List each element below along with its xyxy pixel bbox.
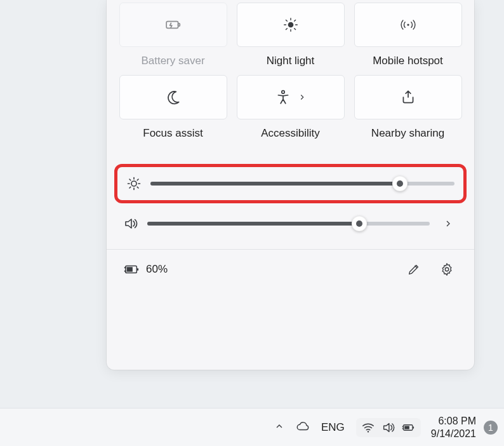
svg-point-25: [445, 267, 449, 271]
svg-rect-28: [413, 426, 414, 428]
moon-icon: [165, 89, 182, 105]
taskbar-clock[interactable]: 6:08 PM 9/14/2021: [431, 415, 476, 440]
battery-charging-icon: [123, 263, 140, 276]
system-tray: ENG: [274, 418, 421, 437]
tray-overflow-button[interactable]: [274, 421, 284, 434]
chevron-right-icon: [298, 93, 307, 102]
volume-expand-button[interactable]: [439, 219, 458, 229]
svg-rect-1: [178, 24, 180, 26]
chevron-up-icon: [274, 421, 284, 431]
night-light-icon: [282, 17, 299, 33]
quick-settings-tile-grid: Battery saver Night light Mobile hotspot…: [118, 0, 463, 140]
battery-icon: [402, 421, 416, 435]
svg-point-12: [281, 91, 284, 93]
svg-point-11: [407, 24, 409, 25]
edit-quick-settings-button[interactable]: [403, 259, 425, 280]
settings-button[interactable]: [436, 259, 458, 280]
notification-center-badge[interactable]: 1: [484, 421, 498, 435]
mobile-hotspot-label: Mobile hotspot: [373, 55, 443, 67]
nearby-sharing-tile[interactable]: [354, 75, 462, 119]
sliders-section: [118, 164, 463, 240]
battery-percent-label: 60%: [146, 263, 168, 276]
battery-saver-icon: [165, 17, 182, 33]
pencil-icon: [407, 262, 421, 276]
accessibility-tile[interactable]: [237, 75, 345, 119]
svg-line-18: [129, 179, 131, 180]
quick-settings-footer: 60%: [118, 250, 463, 280]
svg-point-13: [131, 181, 136, 186]
night-light-tile[interactable]: [237, 3, 345, 47]
svg-line-10: [294, 20, 295, 21]
svg-line-20: [129, 187, 131, 188]
mobile-hotspot-icon: [400, 17, 416, 33]
volume-slider-row: [118, 207, 463, 240]
battery-saver-tile: [119, 3, 227, 47]
svg-rect-23: [137, 268, 138, 271]
focus-assist-tile[interactable]: [119, 75, 227, 119]
cloud-icon: [296, 419, 310, 433]
svg-rect-0: [166, 22, 178, 29]
volume-slider[interactable]: [147, 216, 430, 231]
volume-icon: [123, 216, 138, 231]
svg-line-8: [294, 29, 295, 30]
onedrive-tray-icon[interactable]: [296, 419, 310, 436]
chevron-right-icon: [443, 219, 453, 229]
gear-icon: [440, 262, 454, 276]
brightness-slider[interactable]: [150, 176, 454, 191]
night-light-label: Night light: [267, 55, 315, 67]
battery-saver-label: Battery saver: [141, 55, 204, 67]
language-indicator[interactable]: ENG: [321, 421, 345, 434]
accessibility-icon: [275, 89, 291, 105]
network-volume-battery-button[interactable]: [356, 418, 421, 437]
svg-line-21: [137, 179, 138, 180]
quick-settings-panel: Battery saver Night light Mobile hotspot…: [107, 0, 474, 370]
mobile-hotspot-tile[interactable]: [354, 3, 462, 47]
svg-rect-24: [127, 267, 133, 271]
taskbar-time: 6:08 PM: [438, 415, 476, 428]
taskbar-date: 9/14/2021: [431, 428, 476, 440]
svg-point-2: [288, 22, 293, 28]
wifi-icon: [361, 421, 375, 435]
brightness-icon: [126, 176, 142, 191]
svg-line-19: [137, 187, 138, 188]
focus-assist-label: Focus assist: [143, 127, 202, 140]
brightness-slider-row: [114, 164, 467, 203]
share-icon: [400, 89, 416, 105]
taskbar: ENG 6:08 PM 9/14/2021 1: [0, 408, 504, 446]
svg-line-9: [286, 29, 287, 30]
svg-point-26: [368, 431, 369, 432]
nearby-sharing-label: Nearby sharing: [371, 127, 444, 140]
volume-icon: [381, 421, 395, 435]
battery-status[interactable]: 60%: [123, 263, 168, 276]
accessibility-label: Accessibility: [261, 127, 320, 140]
svg-rect-29: [404, 426, 409, 429]
svg-line-7: [286, 20, 287, 21]
